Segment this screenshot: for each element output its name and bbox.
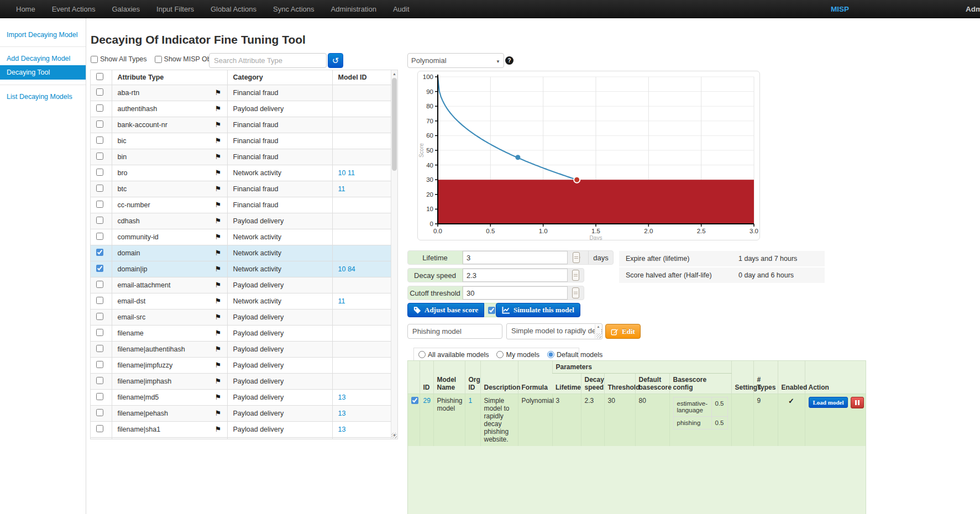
flag-icon[interactable]: ⚑ <box>215 201 222 209</box>
sidebar-item-list-decaying-models[interactable]: List Decaying Models <box>0 90 86 103</box>
attribute-row[interactable]: email-dst⚑ Network activity 11 <box>91 293 392 309</box>
my-models-radio[interactable] <box>496 351 504 358</box>
cutoff-threshold-input[interactable] <box>463 286 568 300</box>
flag-icon[interactable]: ⚑ <box>215 393 222 401</box>
attribute-row[interactable]: aba-rtn⚑ Financial fraud <box>91 85 392 101</box>
model-row-checkbox[interactable] <box>411 397 418 404</box>
flag-icon[interactable]: ⚑ <box>215 169 222 177</box>
attribute-row-checkbox[interactable] <box>96 104 103 112</box>
attribute-row[interactable]: cc-number⚑ Financial fraud <box>91 197 392 213</box>
edit-model-button[interactable]: Edit <box>605 324 641 339</box>
help-icon[interactable]: ? <box>505 56 513 65</box>
attribute-row[interactable] <box>91 437 392 439</box>
lifetime-slider[interactable] <box>575 251 580 264</box>
flag-icon[interactable]: ⚑ <box>215 297 222 305</box>
search-attribute-type-input[interactable] <box>209 53 327 68</box>
slider-handle[interactable] <box>572 287 579 298</box>
attribute-model-ids[interactable]: 11 <box>338 185 345 193</box>
attribute-row[interactable]: domain|ip⚑ Network activity 10 84 <box>91 261 392 277</box>
attribute-row-checkbox[interactable] <box>96 281 103 288</box>
sidebar-item-import-decaying-model[interactable]: Import Decaying Model <box>0 28 86 41</box>
nav-item-galaxies[interactable]: Galaxies <box>103 0 148 18</box>
nav-item-administration[interactable]: Administration <box>323 0 385 18</box>
attribute-row-checkbox[interactable] <box>96 329 103 336</box>
attribute-model-ids[interactable]: 13 <box>338 410 346 417</box>
adjust-base-score-checkbox[interactable] <box>488 307 495 314</box>
flag-icon[interactable]: ⚑ <box>215 409 222 417</box>
attribute-model-ids[interactable]: 10 11 <box>338 169 355 177</box>
attribute-row-checkbox[interactable] <box>96 265 103 272</box>
model-org-link[interactable]: 1 <box>469 397 473 405</box>
attribute-model-ids[interactable]: 13 <box>338 426 346 433</box>
decay-chart-svg[interactable]: 01020304050607080901000.00.51.01.52.02.5… <box>418 71 759 240</box>
attribute-row-checkbox[interactable] <box>96 361 103 368</box>
attribute-row[interactable]: filename|authentihash⚑ Payload delivery <box>91 341 392 357</box>
flag-icon[interactable]: ⚑ <box>215 361 222 369</box>
attribute-row[interactable]: filename|impfuzzy⚑ Payload delivery <box>91 357 392 373</box>
attribute-model-ids[interactable]: 11 <box>338 297 345 305</box>
flag-icon[interactable]: ⚑ <box>215 137 222 145</box>
flag-icon[interactable]: ⚑ <box>215 377 222 385</box>
scrollbar-thumb[interactable] <box>392 78 397 171</box>
misp-brand[interactable]: MISP <box>831 0 849 18</box>
attribute-row[interactable]: community-id⚑ Network activity <box>91 229 392 245</box>
attribute-row[interactable]: email-attachment⚑ Payload delivery <box>91 277 392 293</box>
nav-item-audit[interactable]: Audit <box>385 0 418 18</box>
flag-icon[interactable]: ⚑ <box>215 120 222 129</box>
scroll-up-icon[interactable]: ▲ <box>391 70 397 77</box>
decay-speed-slider[interactable] <box>575 269 576 282</box>
select-all-checkbox[interactable] <box>96 73 103 80</box>
attribute-row-checkbox[interactable] <box>96 377 103 384</box>
lifetime-input[interactable] <box>463 251 568 264</box>
flag-icon[interactable]: ⚑ <box>215 104 222 113</box>
attribute-row[interactable]: bic⚑ Financial fraud <box>91 133 392 149</box>
slider-handle[interactable] <box>572 270 579 281</box>
attribute-row[interactable]: authentihash⚑ Payload delivery <box>91 101 392 117</box>
scroll-up-icon[interactable]: ▲ <box>595 325 601 328</box>
model-id-link[interactable]: 29 <box>423 397 431 405</box>
flag-icon[interactable]: ⚑ <box>215 88 222 97</box>
flag-icon[interactable]: ⚑ <box>215 313 222 321</box>
attribute-model-ids[interactable]: 13 <box>338 394 346 401</box>
attribute-row-checkbox[interactable] <box>96 153 103 160</box>
nav-item-event-actions[interactable]: Event Actions <box>44 0 104 18</box>
attribute-row[interactable]: filename|sha1⚑ Payload delivery 13 <box>91 421 392 437</box>
attribute-row[interactable]: filename⚑ Payload delivery <box>91 325 392 341</box>
flag-icon[interactable]: ⚑ <box>215 217 222 225</box>
pause-model-button[interactable] <box>851 397 864 408</box>
attribute-row[interactable]: filename|imphash⚑ Payload delivery <box>91 373 392 389</box>
attribute-row-checkbox[interactable] <box>96 137 103 144</box>
show-all-types-checkbox[interactable] <box>91 56 98 63</box>
attribute-row-checkbox[interactable] <box>96 345 103 352</box>
attribute-row-checkbox[interactable] <box>96 217 103 224</box>
attribute-row-checkbox[interactable] <box>96 233 103 240</box>
model-description-textarea[interactable]: Simple model to rapidly decay ▲ <box>506 323 602 339</box>
nav-admin-clipped[interactable]: Adm <box>966 0 980 18</box>
load-model-button[interactable]: Load model <box>809 397 848 408</box>
attribute-row-checkbox[interactable] <box>96 185 103 192</box>
show-misp-objects-checkbox[interactable] <box>155 56 162 63</box>
attribute-row[interactable]: bin⚑ Financial fraud <box>91 149 392 165</box>
model-row[interactable]: 29 Phishing model 1 Simple model to rapi… <box>408 394 866 447</box>
nav-item-global-actions[interactable]: Global Actions <box>202 0 265 18</box>
refresh-button[interactable]: ↺ <box>328 53 343 68</box>
attribute-row[interactable]: filename|md5⚑ Payload delivery 13 <box>91 389 392 405</box>
formula-select[interactable]: Polynomial <box>407 53 504 68</box>
attribute-row[interactable]: cdhash⚑ Payload delivery <box>91 213 392 229</box>
attribute-row-checkbox[interactable] <box>96 88 103 96</box>
attribute-row-checkbox[interactable] <box>96 201 103 208</box>
attribute-model-ids[interactable]: 10 84 <box>338 265 355 273</box>
attribute-row-checkbox[interactable] <box>96 409 103 416</box>
attribute-row[interactable]: bro⚑ Network activity 10 11 <box>91 165 392 181</box>
attribute-row-checkbox[interactable] <box>96 297 103 304</box>
model-name-input[interactable] <box>407 324 502 339</box>
attribute-row[interactable]: filename|pehash⚑ Payload delivery 13 <box>91 405 392 421</box>
nav-item-sync-actions[interactable]: Sync Actions <box>265 0 322 18</box>
flag-icon[interactable]: ⚑ <box>215 345 222 353</box>
attribute-row-checkbox[interactable] <box>96 249 103 256</box>
textarea-resize-grip[interactable] <box>596 333 601 338</box>
attribute-row[interactable]: email-src⚑ Payload delivery <box>91 309 392 325</box>
decay-speed-input[interactable] <box>463 269 568 282</box>
sidebar-item-add-decaying-model[interactable]: Add Decaying Model <box>0 52 86 65</box>
default-models-radio[interactable] <box>547 351 554 358</box>
